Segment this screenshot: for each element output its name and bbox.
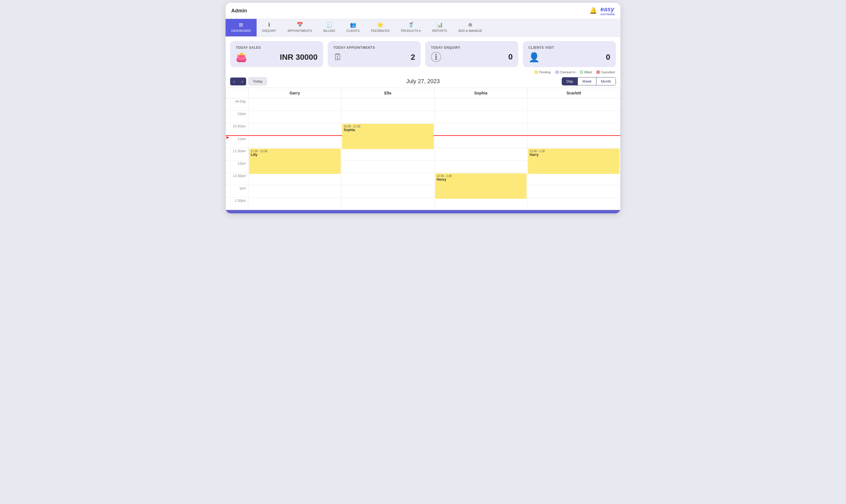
nav-clients[interactable]: 👥 CLIENTS [341, 19, 365, 36]
stat-today-appointments: TODAY APPOINTMENTS 🗓 2 [328, 41, 421, 67]
today-appointments-label: TODAY APPOINTMENTS [333, 46, 415, 50]
nav-dashboard[interactable]: ⊞ DASHBOARD [226, 19, 257, 36]
today-sales-value: INR 30000 [280, 53, 318, 62]
cell-10am-garry [248, 111, 341, 123]
cell-130pm-garry [248, 198, 341, 210]
bell-icon[interactable]: 🔔 [589, 7, 597, 14]
today-enquiry-value: 0 [508, 52, 513, 61]
cell-allday-ella [341, 98, 434, 111]
info-icon: ℹ [431, 52, 441, 62]
stat-today-sales: TODAY SALES 👛 INR 30000 [230, 41, 323, 67]
cell-1130am-scarlett: 12:30 - 1:30 Harry [527, 148, 620, 160]
nav-appointments[interactable]: 📅 APPOINTMENTS [282, 19, 318, 36]
nav-products-label: PRODUCTS ▾ [401, 29, 421, 33]
week-view-button[interactable]: Week [578, 77, 596, 85]
time-1130am: 11:30am [226, 148, 248, 160]
nav-reports[interactable]: 📊 REPORTS [426, 19, 453, 36]
cell-1130am-sophia [434, 148, 527, 160]
cell-allday-garry [248, 98, 341, 111]
today-button[interactable]: Today [248, 77, 267, 85]
month-view-button[interactable]: Month [596, 77, 616, 85]
dashboard-icon: ⊞ [239, 22, 243, 28]
nav-billing[interactable]: 🧾 BILLING [318, 19, 341, 36]
appt-harry-time: 12:30 - 1:30 [530, 150, 618, 153]
day-view-button[interactable]: Day [562, 77, 578, 85]
time-130pm: 1:30pm [226, 198, 248, 210]
calendar-controls: ‹ › Today July 27, 2023 Day Week Month [226, 75, 620, 88]
nav-add-manage[interactable]: ⊕ ADD & MANAGE [453, 19, 488, 36]
today-enquiry-body: ℹ 0 [431, 52, 513, 62]
calendar-table: Garry Ella Sophia Scarlett All-Day 10a [226, 88, 620, 210]
calendar-grid: Garry Ella Sophia Scarlett All-Day 10a [226, 88, 620, 210]
row-1130am: 11:30am 11:30 - 12:30 Lilly 12:30 - 1:30… [226, 148, 620, 160]
row-130pm: 1:30pm [226, 198, 620, 210]
cell-1230pm-sophia: 12:30 - 1:30 Henry [434, 173, 527, 185]
today-appointments-body: 🗓 2 [333, 52, 415, 62]
appt-lilly[interactable]: 11:30 - 12:30 Lilly [249, 148, 341, 174]
time-1030am: 10:30am [226, 123, 248, 136]
cell-1030am-garry [248, 123, 341, 136]
header-right: 🔔 easy SOFTWARE [589, 6, 615, 16]
cell-1030am-ella: 10:30 - 11:30 Sophia [341, 123, 434, 136]
nav-enquiry-label: ENQUIRY [262, 29, 276, 32]
stats-row: TODAY SALES 👛 INR 30000 TODAY APPOINTMEN… [226, 37, 620, 69]
cell-1030am-scarlett [527, 123, 620, 136]
admin-title: Admin [231, 8, 247, 14]
person-icon: 👤 [528, 52, 540, 62]
appt-henry[interactable]: 12:30 - 1:30 Henry [435, 173, 527, 199]
cell-1pm-ella [341, 185, 434, 198]
feedbacks-icon: 🌟 [377, 22, 383, 28]
cell-1130am-garry: 11:30 - 12:30 Lilly [248, 148, 341, 160]
col-garry: Garry [248, 88, 341, 98]
nav-enquiry[interactable]: ℹ ENQUIRY [257, 19, 282, 36]
main-nav: ⊞ DASHBOARD ℹ ENQUIRY 📅 APPOINTMENTS 🧾 B… [226, 19, 620, 37]
logo-text: easy SOFTWARE [600, 6, 615, 16]
wallet-icon: 👛 [236, 52, 247, 62]
products-icon: 🥤 [408, 22, 414, 28]
legend-billed: Billed [580, 70, 592, 74]
nav-reports-label: REPORTS [432, 29, 447, 32]
cell-10am-sophia [434, 111, 527, 123]
nav-add-manage-label: ADD & MANAGE [458, 29, 482, 32]
clients-visit-value: 0 [606, 53, 610, 62]
billing-icon: 🧾 [326, 22, 333, 28]
legend-row: Pending Checked In Billed Cancelled [226, 69, 620, 75]
appt-lilly-time: 11:30 - 12:30 [251, 150, 339, 153]
cell-1030am-sophia [434, 123, 527, 136]
nav-feedbacks[interactable]: 🌟 FEEDBACKS [365, 19, 395, 36]
view-buttons: Day Week Month [562, 77, 616, 85]
nav-products[interactable]: 🥤 PRODUCTS ▾ [395, 19, 427, 36]
clients-visit-label: CLIENTS VISIT [528, 46, 610, 50]
row-10am: 10am [226, 111, 620, 123]
checked-in-label: Checked In [560, 70, 576, 74]
clients-visit-body: 👤 0 [528, 52, 610, 62]
time-1pm: 1pm [226, 185, 248, 198]
cell-130pm-ella [341, 198, 434, 210]
cell-12pm-sophia [434, 160, 527, 173]
appt-harry-name: Harry [530, 153, 618, 157]
clients-icon: 👥 [350, 22, 356, 28]
time-header [226, 88, 248, 98]
appt-harry[interactable]: 12:30 - 1:30 Harry [528, 148, 620, 174]
pending-label: Pending [539, 70, 550, 74]
row-1230pm: 12:30pm 12:30 - 1:30 Henry [226, 173, 620, 185]
enquiry-icon: ℹ [268, 22, 270, 28]
cell-11am-sophia [434, 136, 527, 148]
cell-10am-ella [341, 111, 434, 123]
next-button[interactable]: › [238, 77, 246, 85]
bottom-bar [226, 210, 620, 213]
cell-1230pm-scarlett [527, 173, 620, 185]
appt-sophia[interactable]: 10:30 - 11:30 Sophia [342, 124, 434, 149]
time-12pm: 12pm [226, 160, 248, 173]
nav-clients-label: CLIENTS [347, 29, 359, 32]
prev-button[interactable]: ‹ [230, 77, 238, 85]
today-appointments-value: 2 [410, 53, 415, 62]
cancelled-label: Cancelled [601, 70, 615, 74]
appt-lilly-name: Lilly [251, 153, 339, 157]
billed-dot [580, 70, 583, 74]
appt-henry-name: Henry [437, 178, 525, 182]
nav-appointments-label: APPOINTMENTS [288, 29, 312, 32]
stat-today-enquiry: TODAY ENQUIRY ℹ 0 [425, 41, 518, 67]
time-10am: 10am [226, 111, 248, 123]
logo-area: easy SOFTWARE [600, 6, 615, 16]
